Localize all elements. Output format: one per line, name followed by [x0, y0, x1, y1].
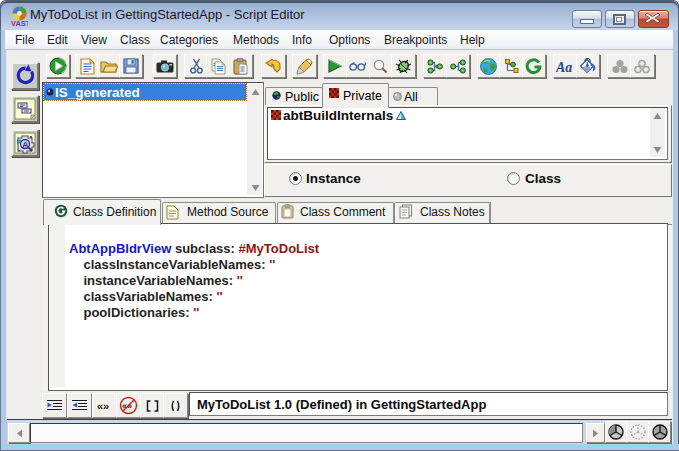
svg-text:«»: «» [97, 401, 109, 411]
svg-text:A: A [22, 140, 29, 150]
svg-text:Aa: Aa [556, 60, 572, 73]
svg-text:VAST: VAST [11, 19, 28, 27]
